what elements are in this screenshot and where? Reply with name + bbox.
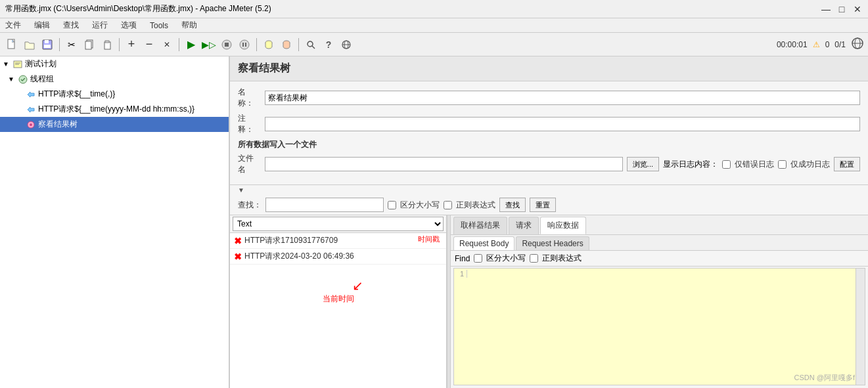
annotation-area: ↙ 当前时间: [230, 278, 446, 305]
menu-item-编辑[interactable]: 编辑: [32, 19, 53, 32]
file-label: 文件名: [238, 153, 261, 175]
form-area: 名称： 注释： 所有数据写入一个文件 文件名 浏览... 显示日志内容： 仅错误…: [230, 81, 868, 185]
stop-btn[interactable]: [219, 37, 235, 53]
add-btn[interactable]: +: [124, 37, 139, 53]
new-btn[interactable]: [4, 37, 20, 53]
view-results-icon: [26, 120, 35, 129]
jar1-btn[interactable]: [261, 37, 277, 53]
svg-rect-3: [44, 45, 51, 48]
line-number: 1: [454, 270, 467, 278]
menu-item-选项[interactable]: 选项: [118, 19, 139, 32]
save-btn[interactable]: [39, 37, 55, 53]
menu-item-查找[interactable]: 查找: [60, 19, 81, 32]
window-controls: — □ ✕: [821, 4, 863, 14]
maximize-btn[interactable]: □: [836, 4, 847, 14]
result-item-2[interactable]: ✖ HTTP请求2024-03-20 06:49:36: [230, 249, 446, 265]
results-area: Text XML HTML JSON ✖ HTTP请求1710931776709…: [230, 215, 868, 388]
menu-item-Tools[interactable]: Tools: [147, 20, 171, 31]
find-row: Find 区分大小写 正则表达式: [451, 251, 868, 267]
name-input[interactable]: [265, 91, 860, 105]
tree-item-view-results[interactable]: ▶ 察看结果树: [0, 117, 229, 132]
jar2-btn[interactable]: [279, 37, 294, 53]
tree-item-test-plan[interactable]: ▼ 测试计划: [0, 56, 229, 72]
case-sensitive-checkbox[interactable]: [388, 201, 396, 209]
svg-rect-2: [45, 40, 49, 43]
comment-row: 注释：: [238, 113, 860, 135]
tree-item-label-test-plan: 测试计划: [25, 58, 57, 70]
minimize-btn[interactable]: —: [821, 4, 831, 14]
sub-tab-request-headers[interactable]: Request Headers: [516, 236, 589, 250]
menu-item-运行[interactable]: 运行: [89, 19, 110, 32]
expand-chevron[interactable]: ▼: [238, 186, 244, 194]
result-type-select[interactable]: Text XML HTML JSON: [233, 217, 444, 231]
watermark: CSDN @阿里嘎多f: [794, 373, 855, 383]
svg-rect-7: [105, 41, 109, 43]
tree-item-http1[interactable]: ▶ HTTP请求${__time(,)}: [0, 87, 229, 102]
expand-thread-group[interactable]: ▼: [8, 75, 16, 83]
error-only-label: 仅错误日志: [735, 159, 774, 170]
search-row: 查找： 区分大小写 正则表达式 查找 重置: [230, 195, 868, 215]
find-btn[interactable]: 查找: [499, 198, 526, 212]
results-list-panel: Text XML HTML JSON ✖ HTTP请求1710931776709…: [230, 215, 447, 388]
regex-checkbox[interactable]: [444, 201, 452, 209]
error-only-row: 仅错误日志: [722, 159, 774, 170]
copy-btn[interactable]: [81, 37, 97, 53]
elapsed-time: 00:00:01: [777, 40, 808, 49]
remote-toolbar-btn[interactable]: [338, 37, 354, 53]
file-input[interactable]: [265, 157, 623, 171]
tree-item-thread-group[interactable]: ▼ 线程组: [0, 72, 229, 87]
tree-item-label-http1: HTTP请求${__time(,)}: [38, 89, 115, 100]
menu-item-帮助[interactable]: 帮助: [179, 19, 200, 32]
warning-count: 0: [825, 40, 830, 49]
menu-bar: 文件编辑查找运行选项Tools帮助: [0, 18, 868, 33]
annotation-current-time: 当前时间: [323, 294, 354, 303]
cut-btn[interactable]: ✂: [64, 37, 80, 53]
error-only-checkbox[interactable]: [722, 160, 731, 169]
paste-btn[interactable]: [99, 37, 115, 53]
http2-icon: [26, 105, 35, 114]
expand-row: ▼: [230, 185, 868, 195]
tree-item-http2[interactable]: ▶ HTTP请求${__time(yyyy-MM-dd hh:mm:ss,)}: [0, 102, 229, 117]
thread-group-icon: [18, 75, 28, 84]
start-btn[interactable]: ▶: [183, 37, 199, 53]
toolbar-right: 00:00:01 ⚠ 0 0/1: [777, 37, 864, 52]
success-only-label: 仅成功日志: [790, 159, 830, 170]
name-row: 名称：: [238, 87, 860, 109]
remove-btn[interactable]: −: [141, 37, 157, 53]
search-toolbar-btn[interactable]: [303, 37, 319, 53]
close-btn[interactable]: ✕: [852, 4, 863, 14]
annotation-arrow: ↙: [269, 278, 446, 293]
start-no-pause-btn[interactable]: ▶▷: [201, 37, 217, 53]
open-btn[interactable]: [22, 37, 37, 53]
dropdown-row: Text XML HTML JSON: [230, 215, 446, 233]
success-only-checkbox[interactable]: [778, 160, 787, 169]
tab-response-data[interactable]: 响应数据: [540, 217, 586, 234]
view-title-text: 察看结果树: [238, 62, 290, 74]
shutdown-btn[interactable]: [237, 37, 252, 53]
comment-input[interactable]: [265, 117, 860, 131]
error-icon-1: ✖: [234, 236, 242, 246]
menu-item-文件[interactable]: 文件: [3, 19, 24, 32]
search-input[interactable]: [265, 198, 384, 212]
section-title: 所有数据写入一个文件: [238, 139, 860, 150]
find-regex-checkbox[interactable]: [530, 254, 538, 263]
result-label-1: HTTP请求1710931776709: [244, 235, 338, 246]
detail-scrollbar[interactable]: [856, 269, 865, 385]
reset-btn[interactable]: 重置: [530, 198, 556, 212]
clear-btn[interactable]: ✕: [159, 37, 175, 53]
svg-rect-11: [242, 43, 244, 47]
sub-tab-request-body[interactable]: Request Body: [453, 236, 514, 250]
tab-request[interactable]: 请求: [509, 217, 539, 234]
find-case-checkbox[interactable]: [474, 254, 482, 263]
run-counter: 0/1: [834, 40, 846, 49]
tabs-row: 取样器结果 请求 响应数据: [451, 215, 868, 235]
sep5: [298, 38, 299, 51]
detail-content: 1: [453, 268, 865, 385]
config-btn[interactable]: 配置: [834, 157, 860, 171]
success-only-row: 仅成功日志: [778, 159, 830, 170]
browse-btn[interactable]: 浏览...: [627, 157, 659, 171]
result-item-1[interactable]: ✖ HTTP请求1710931776709: [230, 233, 446, 249]
expand-test-plan[interactable]: ▼: [3, 60, 11, 68]
help-toolbar-btn[interactable]: ?: [321, 37, 336, 53]
tab-sampler-result[interactable]: 取样器结果: [453, 217, 507, 234]
